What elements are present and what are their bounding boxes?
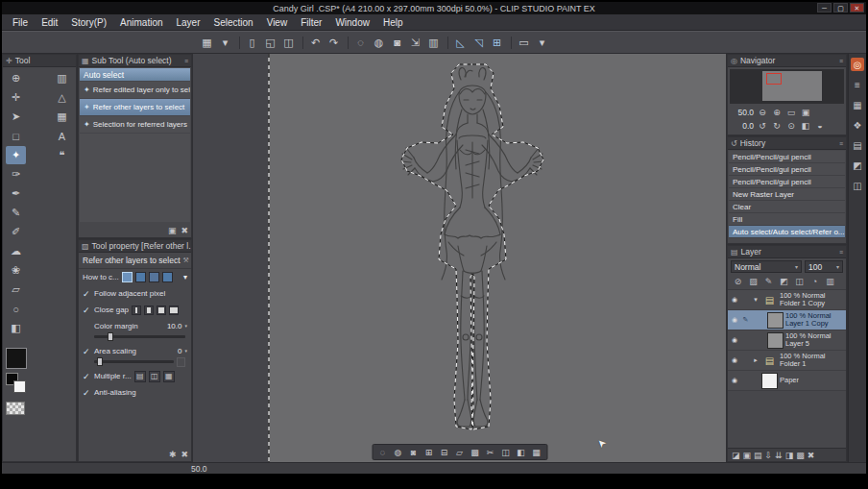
folder-expand-icon[interactable]: ▾: [752, 296, 760, 304]
save-file-icon[interactable]: ◫: [280, 35, 297, 51]
blend-tool-icon[interactable]: ○: [6, 300, 26, 318]
history-item[interactable]: Pencil/Pencil/gui pencil: [729, 176, 845, 188]
subtool-item[interactable]: ✦ Refer edited layer only to select: [80, 82, 190, 99]
balloon-tool-icon[interactable]: ❝: [52, 146, 72, 164]
apply-mask-icon[interactable]: ▩: [796, 451, 805, 460]
follow-adjacent-pixel-row[interactable]: ✓ Follow adjacent pixel: [79, 285, 191, 302]
color-mix-tab-icon[interactable]: ❖: [851, 118, 864, 132]
menu-item[interactable]: Help: [376, 17, 410, 28]
reset-rotation-icon[interactable]: ⊙: [784, 120, 798, 132]
eye-icon[interactable]: ◉: [730, 316, 739, 324]
minimize-button[interactable]: ─: [817, 3, 832, 12]
snap-to-special-ruler-icon[interactable]: ◹: [470, 35, 487, 51]
blend-mode-select[interactable]: Normal ▾: [731, 260, 802, 273]
undo-icon[interactable]: ↶: [307, 35, 324, 51]
figure-tool-icon[interactable]: △: [52, 88, 72, 107]
fit-to-screen-icon[interactable]: ▭: [784, 107, 798, 118]
close-gap-option-4[interactable]: [169, 306, 179, 315]
layer-color-icon[interactable]: ◩: [777, 275, 791, 287]
clip-to-layer-below-icon[interactable]: ◪: [732, 451, 740, 460]
layer-row-folder-1[interactable]: ◉ ▸ ▤ 100 % Normal Folder 1: [728, 351, 846, 371]
multiple-referring-row[interactable]: ✓ Multiple r... ▤ ◫ ▦: [79, 368, 191, 384]
history-item[interactable]: Pencil/Pencil/gui pencil: [729, 151, 845, 163]
information-tab-icon[interactable]: ◩: [851, 159, 864, 172]
new-file-icon[interactable]: ▯: [244, 35, 260, 51]
color-margin-slider[interactable]: [94, 335, 185, 338]
layer-row-folder-1-copy[interactable]: ◉ ▾ ▤ 100 % Normal Folder 1 Copy: [728, 290, 846, 310]
workspace-caret-icon[interactable]: ▾: [217, 35, 233, 51]
panel-menu-icon[interactable]: ≡: [839, 140, 843, 147]
area-scaling-row[interactable]: ✓ Area scaling 0 ▾: [79, 343, 191, 359]
launcher-clear-icon[interactable]: ▱: [452, 446, 467, 458]
layer-row-paper[interactable]: ◉ Paper: [728, 371, 846, 391]
zoom-tool-icon[interactable]: ⊕: [6, 69, 26, 87]
onion-skin-icon[interactable]: ◔: [808, 275, 822, 287]
menu-item[interactable]: Window: [328, 17, 376, 28]
flip-horizontal-icon[interactable]: ◧: [799, 120, 812, 132]
background-color-swatch[interactable]: [13, 380, 26, 393]
spinner-icon[interactable]: ▾: [184, 324, 187, 329]
color-set-tab-icon[interactable]: ▦: [851, 98, 864, 111]
eye-icon[interactable]: ◉: [730, 377, 739, 384]
eye-icon[interactable]: ◉: [730, 336, 739, 344]
opacity-input[interactable]: 100 ▾: [805, 260, 843, 273]
layer-options-icon[interactable]: ▥: [823, 275, 837, 287]
toolbar-caret-icon[interactable]: ▾: [534, 35, 550, 51]
refer-all-layers-icon[interactable]: ▤: [134, 371, 146, 382]
decoration-tool-icon[interactable]: ❀: [6, 261, 26, 280]
material-panel-icon[interactable]: ▭: [516, 35, 532, 51]
close-gap-option-1[interactable]: [132, 306, 141, 315]
actual-size-icon[interactable]: ▣: [799, 107, 812, 118]
reselect-icon[interactable]: ◍: [371, 35, 387, 51]
delete-layer-icon[interactable]: ✖: [808, 451, 815, 460]
flip-vertical-icon[interactable]: ◒: [813, 120, 827, 132]
rotate-right-icon[interactable]: ↻: [770, 120, 784, 132]
subtool-item[interactable]: ✦ Selection for referred layers: [80, 116, 190, 134]
panel-menu-icon[interactable]: ≡: [839, 249, 843, 256]
gradient-tool-icon[interactable]: ▥: [52, 69, 72, 87]
menu-item[interactable]: Animation: [113, 17, 169, 28]
zoom-out-icon[interactable]: ⊖: [756, 107, 769, 118]
airbrush-tool-icon[interactable]: ☁: [6, 242, 26, 260]
color-margin-row[interactable]: Color margin 10.0 ▾: [79, 318, 191, 334]
auto-select-tool-icon[interactable]: ✦: [6, 146, 26, 164]
area-scaling-mode-icon[interactable]: [177, 357, 185, 367]
slider-knob[interactable]: [97, 357, 103, 366]
how-to-caret-icon[interactable]: ▾: [183, 273, 187, 281]
divide-panel-icon[interactable]: ◫: [792, 275, 807, 287]
refer-reference-layer-icon[interactable]: ◫: [149, 371, 160, 382]
eyedropper-tool-icon[interactable]: ✑: [6, 165, 26, 183]
launcher-copy-paste-icon[interactable]: ◫: [498, 446, 513, 458]
history-item[interactable]: New Raster Layer: [729, 188, 845, 201]
rotate-left-icon[interactable]: ↺: [756, 120, 769, 132]
canvas-viewport[interactable]: ◌◍◙⊞⊟▱▩✂◫◧▦ ➤: [193, 54, 726, 462]
eye-icon[interactable]: ◉: [730, 296, 739, 304]
color-margin-value[interactable]: 10.0: [167, 322, 182, 330]
main-color-swatch[interactable]: [6, 348, 27, 369]
color-slider-tab-icon[interactable]: ≡: [851, 78, 864, 91]
workspace-grid-icon[interactable]: ▦: [199, 35, 215, 51]
new-raster-layer-icon[interactable]: ▣: [743, 451, 752, 460]
menu-item[interactable]: Filter: [294, 17, 328, 28]
subtool-item[interactable]: ✦ Refer other layers to select: [80, 99, 190, 116]
sub-view-tab-icon[interactable]: ▤: [851, 138, 864, 152]
zoom-value[interactable]: 50.0: [731, 108, 754, 117]
history-item[interactable]: Pencil/Pencil/gui pencil: [729, 163, 845, 176]
fill-tool-icon[interactable]: ◧: [6, 319, 26, 337]
launcher-reselect-icon[interactable]: ◍: [391, 446, 405, 458]
pencil-tool-icon[interactable]: ✎: [6, 204, 26, 222]
screen-grid-icon[interactable]: ▥: [425, 35, 442, 51]
close-gap-option-2[interactable]: [144, 306, 154, 315]
launcher-invert-icon[interactable]: ◙: [406, 446, 421, 458]
operation-tool-icon[interactable]: ➤: [6, 108, 26, 126]
transfer-to-lower-layer-icon[interactable]: ⇩: [765, 451, 773, 460]
gear-icon[interactable]: ✱: [169, 450, 177, 459]
wrench-icon[interactable]: ⚒: [183, 257, 189, 264]
close-gap-option-3[interactable]: [157, 306, 166, 315]
color-wheel-tab-icon[interactable]: ◎: [851, 58, 864, 71]
lock-transparent-pixel-icon[interactable]: ▨: [746, 275, 760, 287]
area-scaling-slider[interactable]: [94, 360, 174, 363]
launcher-tone-icon[interactable]: ▦: [529, 446, 543, 458]
refer-selected-layers-icon[interactable]: ▦: [163, 371, 175, 382]
text-tool-icon[interactable]: A: [52, 127, 72, 145]
